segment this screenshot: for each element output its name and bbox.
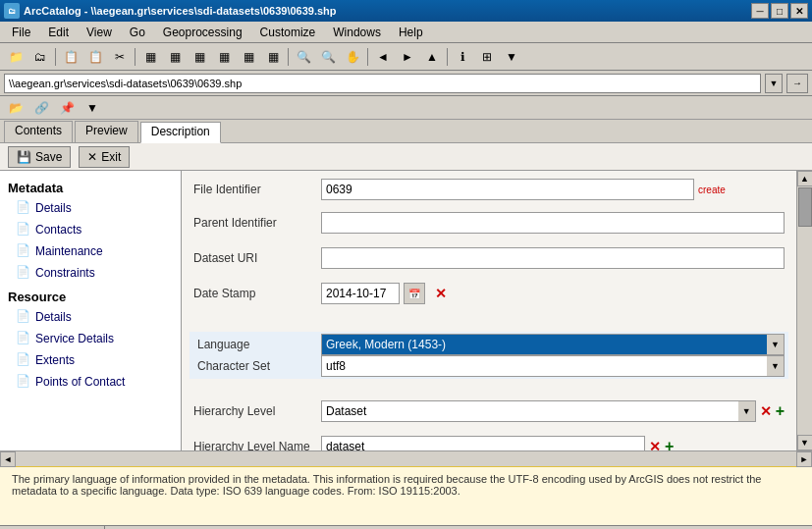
title-bar-text: ArcCatalog - \\aegean.gr\services\sdi-da… — [24, 5, 337, 17]
maximize-button[interactable]: □ — [771, 3, 788, 19]
toolbar-separator-2 — [135, 48, 135, 66]
sidebar-item-metadata-details[interactable]: 📄 Details — [0, 197, 181, 219]
metadata-details-icon: 📄 — [16, 200, 31, 216]
toolbar-info-btn[interactable]: ℹ — [451, 46, 474, 68]
menu-file[interactable]: File — [4, 24, 38, 41]
action-bar: 💾 Save ✕ Exit — [0, 143, 812, 171]
close-button[interactable]: ✕ — [790, 3, 808, 19]
app-icon: 🗂 — [4, 3, 20, 19]
toolbar-btn-5[interactable]: ✂ — [108, 46, 132, 68]
toolbar-btn-2[interactable]: 🗂 — [28, 46, 52, 68]
main-vertical-scrollbar: ▲ ▼ — [796, 171, 812, 450]
language-dropdown-arrow[interactable]: ▼ — [767, 334, 785, 355]
minimize-button[interactable]: ─ — [751, 3, 769, 19]
toolbar-btn-11[interactable]: ▦ — [261, 46, 285, 68]
toolbar-btn-6[interactable]: ▦ — [138, 46, 162, 68]
toolbar-btn-8[interactable]: ▦ — [188, 46, 211, 68]
hierarchy-level-delete-button[interactable]: ✕ — [760, 403, 772, 419]
hierarchy-level-name-delete-button[interactable]: ✕ — [649, 439, 661, 450]
menu-help[interactable]: Help — [391, 24, 431, 41]
toolbar-separator-5 — [447, 48, 448, 66]
toolbar-pan-btn[interactable]: ✋ — [341, 46, 364, 68]
toolbar-forward-btn[interactable]: ► — [396, 46, 419, 68]
address-dropdown-btn[interactable]: ▼ — [765, 74, 783, 93]
toolbar-btn-10[interactable]: ▦ — [237, 46, 260, 68]
address-bar: ▼ → — [0, 71, 812, 96]
tabs-bar: Contents Preview Description — [0, 120, 812, 143]
toolbar-btn-4[interactable]: 📋 — [83, 46, 107, 68]
sidebar-item-contacts[interactable]: 📄 Contacts — [0, 219, 181, 240]
sidebar-item-maintenance[interactable]: 📄 Maintenance — [0, 240, 181, 262]
language-select[interactable]: Greek, Modern (1453-) English — [321, 334, 785, 355]
sidebar-item-points-of-contact[interactable]: 📄 Points of Contact — [0, 371, 181, 393]
sidebar-item-resource-details[interactable]: 📄 Details — [0, 306, 181, 328]
toolbar-up-btn[interactable]: ▲ — [420, 46, 444, 68]
toolbar-more-btn[interactable]: ▼ — [500, 46, 523, 68]
menu-go[interactable]: Go — [122, 24, 153, 41]
date-stamp-delete-button[interactable]: ✕ — [435, 286, 447, 301]
toolbar-search-btn[interactable]: 🔍 — [292, 46, 315, 68]
sidebar-item-constraints[interactable]: 📄 Constraints — [0, 262, 181, 284]
contacts-icon: 📄 — [16, 222, 31, 238]
save-label: Save — [35, 150, 62, 164]
menu-view[interactable]: View — [79, 24, 120, 41]
address-input[interactable] — [4, 74, 761, 93]
menu-customize[interactable]: Customize — [252, 24, 324, 41]
parent-identifier-input[interactable] — [321, 212, 785, 234]
constraints-icon: 📄 — [16, 265, 31, 281]
hierarchy-level-select[interactable]: Dataset Service — [321, 400, 756, 422]
character-set-select-container: utf8 utf16 ascii ▼ — [321, 355, 785, 377]
main-content: Metadata 📄 Details 📄 Contacts 📄 Maintena… — [0, 171, 812, 450]
charset-dropdown-arrow[interactable]: ▼ — [767, 355, 785, 377]
hscroll-left-btn[interactable]: ◄ — [0, 451, 16, 467]
tab-preview[interactable]: Preview — [75, 121, 138, 142]
tb2-btn-1[interactable]: 📂 — [4, 97, 27, 119]
sidebar-item-service-details-label: Service Details — [35, 332, 114, 345]
date-stamp-field-group: 📅 ✕ — [321, 283, 447, 304]
scroll-up-btn[interactable]: ▲ — [797, 171, 813, 186]
hierarchy-level-dropdown-arrow[interactable]: ▼ — [738, 400, 756, 422]
sidebar-item-extents[interactable]: 📄 Extents — [0, 349, 181, 371]
address-go-btn[interactable]: → — [786, 74, 808, 93]
sidebar-item-service-details[interactable]: 📄 Service Details — [0, 328, 181, 349]
sidebar-item-contacts-label: Contacts — [35, 223, 81, 237]
sidebar-item-metadata-details-label: Details — [35, 201, 72, 215]
menu-geoprocessing[interactable]: Geoprocessing — [155, 24, 250, 41]
exit-button[interactable]: ✕ Exit — [79, 146, 130, 168]
hierarchy-level-add-button[interactable]: + — [776, 402, 785, 420]
toolbar-zoom-in-btn[interactable]: 🔍 — [316, 46, 340, 68]
hierarchy-level-name-input[interactable] — [321, 436, 645, 450]
toolbar-btn-9[interactable]: ▦ — [212, 46, 236, 68]
toolbar-btn-3[interactable]: 📋 — [59, 46, 82, 68]
scroll-thumb[interactable] — [798, 187, 812, 227]
hscroll-right-btn[interactable]: ► — [796, 451, 812, 467]
tb2-btn-2[interactable]: 🔗 — [29, 97, 53, 119]
save-button[interactable]: 💾 Save — [8, 146, 71, 168]
toolbar-btn-1[interactable]: 📁 — [4, 46, 27, 68]
tb2-btn-4[interactable]: ▼ — [81, 97, 104, 119]
hierarchy-level-name-add-button[interactable]: + — [665, 438, 674, 450]
dataset-uri-input[interactable] — [321, 247, 785, 269]
tab-description[interactable]: Description — [140, 122, 221, 143]
right-panel: File Identifier create Parent Identifier… — [182, 171, 796, 450]
tb2-btn-3[interactable]: 📌 — [55, 97, 79, 119]
date-picker-button[interactable]: 📅 — [404, 283, 425, 304]
maintenance-icon: 📄 — [16, 243, 31, 259]
menu-windows[interactable]: Windows — [325, 24, 389, 41]
scroll-track[interactable] — [797, 186, 812, 435]
language-select-container: Greek, Modern (1453-) English ▼ — [321, 334, 785, 355]
character-set-select[interactable]: utf8 utf16 ascii — [321, 355, 785, 377]
file-identifier-row: File Identifier create — [193, 179, 785, 200]
tab-contents[interactable]: Contents — [4, 121, 73, 142]
toolbar-btn-7[interactable]: ▦ — [163, 46, 187, 68]
toolbar-back-btn[interactable]: ◄ — [371, 46, 395, 68]
file-identifier-input[interactable] — [321, 179, 694, 200]
toolbar-separator-4 — [367, 48, 368, 66]
menu-edit[interactable]: Edit — [40, 24, 77, 41]
date-stamp-input[interactable] — [321, 283, 400, 304]
sidebar-item-extents-label: Extents — [35, 353, 75, 367]
info-text: The primary language of information prov… — [12, 473, 761, 497]
scroll-down-btn[interactable]: ▼ — [797, 435, 813, 450]
secondary-toolbar: 📂 🔗 📌 ▼ — [0, 96, 812, 120]
toolbar-props-btn[interactable]: ⊞ — [475, 46, 499, 68]
